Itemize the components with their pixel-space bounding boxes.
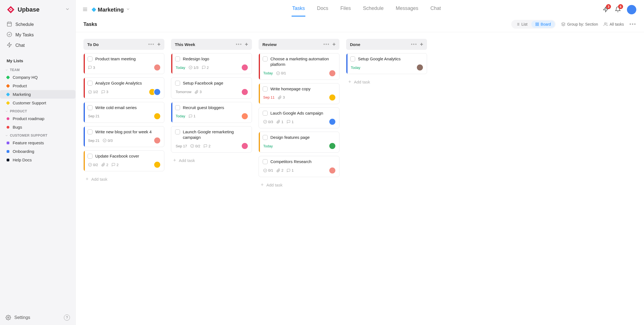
column-header[interactable]: Done•••+: [346, 39, 427, 50]
task-checkbox[interactable]: [88, 81, 93, 86]
task-card[interactable]: Setup Facebook page Tomorrow3: [171, 77, 252, 98]
task-checkbox[interactable]: [350, 56, 355, 61]
settings-link[interactable]: Settings ?: [0, 310, 75, 325]
tab-schedule[interactable]: Schedule: [362, 3, 384, 17]
task-card[interactable]: Choose a marketing automation platform T…: [259, 53, 339, 80]
assignee-avatar[interactable]: [241, 113, 248, 120]
column-add-icon[interactable]: +: [332, 42, 336, 47]
assignee-avatar[interactable]: [154, 137, 161, 144]
add-task-button[interactable]: +Add task: [171, 156, 252, 165]
task-checkbox[interactable]: [175, 56, 180, 61]
sidebar-group-product[interactable]: PRODUCT: [0, 107, 75, 114]
task-checkbox[interactable]: [263, 135, 268, 140]
task-card[interactable]: Product team meeting 3: [83, 53, 164, 74]
page-title[interactable]: Marketing: [92, 7, 130, 13]
assignee-avatar[interactable]: [329, 167, 336, 174]
task-card[interactable]: Setup Google Analytics Today: [346, 53, 427, 74]
board: To Do•••+ Product team meeting 3 Analyze…: [76, 32, 644, 325]
help-icon[interactable]: ?: [64, 315, 70, 321]
column-header[interactable]: To Do•••+: [83, 39, 164, 50]
task-card[interactable]: Launch Google remarketing campaign Sep 1…: [171, 126, 252, 153]
sidebar-item-company-hq[interactable]: Company HQ: [0, 73, 75, 82]
sidebar-collapse-icon[interactable]: [65, 7, 70, 13]
task-checkbox[interactable]: [263, 159, 268, 164]
tab-chat[interactable]: Chat: [430, 3, 441, 17]
assignee-avatar[interactable]: [416, 64, 423, 71]
task-card[interactable]: Write homepage copy Sep 113: [259, 83, 339, 104]
add-task-button[interactable]: +Add task: [259, 180, 339, 189]
sidebar-item-product-roadmap[interactable]: Product roadmap: [0, 114, 75, 123]
task-checkbox[interactable]: [175, 81, 180, 86]
column-add-icon[interactable]: +: [420, 42, 423, 47]
task-checkbox[interactable]: [263, 56, 268, 61]
assignee-avatar[interactable]: [154, 88, 161, 96]
sidebar-nav-my-tasks[interactable]: My Tasks: [2, 30, 73, 40]
sidebar-item-feature-requests[interactable]: Feature requests: [0, 139, 75, 147]
task-checkbox[interactable]: [88, 154, 93, 159]
task-card[interactable]: Update Facebook cover 0/222: [83, 150, 164, 171]
assignee-avatar[interactable]: [241, 142, 248, 150]
bell-icon[interactable]: 6: [615, 6, 621, 13]
users-icon: [604, 22, 608, 26]
task-card[interactable]: Recruit guest bloggers Today1: [171, 102, 252, 123]
task-card[interactable]: Design features page Today: [259, 132, 339, 153]
sidebar-group-team[interactable]: TEAM: [0, 66, 75, 73]
assignee-avatar[interactable]: [154, 113, 161, 120]
hamburger-icon[interactable]: [81, 5, 89, 15]
task-checkbox[interactable]: [175, 129, 180, 134]
activity-icon[interactable]: 3: [603, 6, 609, 13]
task-checkbox[interactable]: [175, 105, 180, 110]
assignee-avatar[interactable]: [329, 118, 336, 125]
list-icon: [516, 22, 520, 26]
group-by-button[interactable]: Group by: Section: [561, 22, 598, 26]
task-card[interactable]: Analyze Google Analytics 1/23: [83, 77, 164, 98]
task-checkbox[interactable]: [88, 105, 93, 110]
assignee-avatar[interactable]: [241, 64, 248, 71]
column-more-icon[interactable]: •••: [236, 42, 242, 47]
task-card[interactable]: Write cold email series Sep 21: [83, 102, 164, 123]
task-card[interactable]: Lauch Google Ads campaign 0/311: [259, 107, 339, 128]
view-list-button[interactable]: List: [512, 21, 531, 28]
task-card[interactable]: Write new blog post for week 4 Sep 210/3: [83, 126, 164, 147]
sidebar-item-customer-support[interactable]: Customer Support: [0, 99, 75, 107]
task-checkbox[interactable]: [263, 86, 268, 91]
column-add-icon[interactable]: +: [245, 42, 248, 47]
column-more-icon[interactable]: •••: [324, 42, 330, 47]
sidebar-group-customer-support[interactable]: CUSTOMER SUPPORT: [0, 131, 75, 139]
column-header[interactable]: This Week•••+: [171, 39, 252, 50]
task-checkbox[interactable]: [88, 129, 93, 134]
sidebar-item-bugs[interactable]: Bugs: [0, 123, 75, 131]
tab-tasks[interactable]: Tasks: [292, 3, 305, 17]
assignee-avatar[interactable]: [329, 142, 336, 150]
assignee-avatar[interactable]: [154, 161, 161, 168]
task-card[interactable]: Competitors Research 0/121: [259, 156, 339, 177]
tab-messages[interactable]: Messages: [395, 3, 419, 17]
add-task-button[interactable]: +Add task: [83, 175, 164, 184]
sidebar-item-onboarding[interactable]: Onboarding: [0, 147, 75, 156]
tab-files[interactable]: Files: [340, 3, 351, 17]
sidebar-nav-chat[interactable]: Chat: [2, 40, 73, 51]
sidebar-item-marketing[interactable]: Marketing: [0, 90, 75, 99]
sidebar-nav-schedule[interactable]: Schedule: [2, 19, 73, 30]
task-checkbox[interactable]: [263, 111, 268, 116]
column-add-icon[interactable]: +: [157, 42, 161, 47]
column-title: Review: [262, 42, 277, 47]
task-checkbox[interactable]: [88, 56, 93, 61]
tab-docs[interactable]: Docs: [316, 3, 329, 17]
column-more-icon[interactable]: •••: [411, 42, 417, 47]
user-avatar[interactable]: [627, 5, 636, 14]
sidebar-item-product[interactable]: Product: [0, 82, 75, 90]
assignee-avatar[interactable]: [241, 88, 248, 96]
column-more-icon[interactable]: •••: [148, 42, 155, 47]
logo[interactable]: Upbase: [7, 6, 39, 14]
add-task-button[interactable]: +Add task: [346, 77, 427, 86]
sidebar-item-help-docs[interactable]: Help Docs: [0, 156, 75, 164]
task-card[interactable]: Redesign logo Today1/32: [171, 53, 252, 74]
column-header[interactable]: Review•••+: [259, 39, 339, 50]
assignee-avatar[interactable]: [154, 64, 161, 71]
assignee-avatar[interactable]: [329, 94, 336, 101]
assignee-avatar[interactable]: [329, 70, 336, 77]
all-tasks-button[interactable]: All tasks: [604, 22, 624, 26]
view-board-button[interactable]: Board: [531, 21, 555, 28]
more-icon[interactable]: •••: [629, 21, 636, 27]
